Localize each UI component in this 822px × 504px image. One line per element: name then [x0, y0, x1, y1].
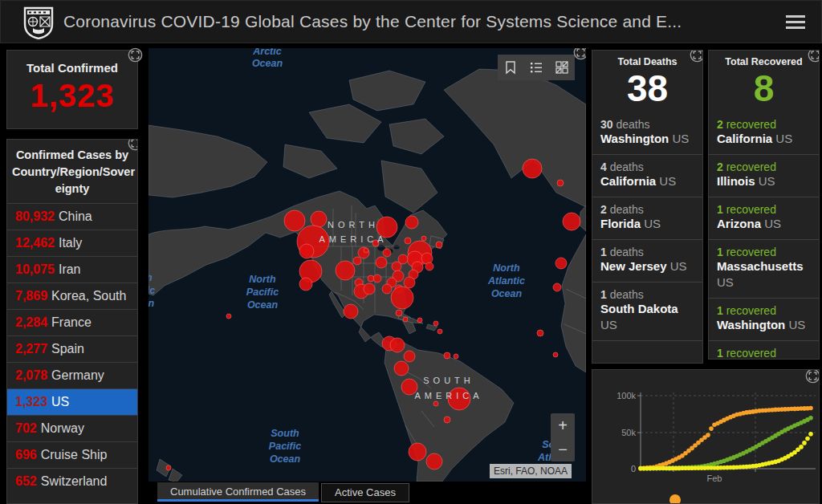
case-bubble[interactable] — [436, 242, 442, 248]
case-bubble[interactable] — [394, 361, 409, 376]
zoom-out-button[interactable]: − — [551, 437, 575, 461]
case-bubble[interactable] — [454, 354, 458, 359]
case-bubble[interactable] — [226, 314, 231, 319]
country-row[interactable]: 7,869Korea, South — [7, 282, 137, 309]
case-bubble[interactable] — [166, 465, 171, 470]
case-bubble[interactable] — [403, 317, 408, 322]
case-bubble[interactable] — [396, 310, 402, 316]
stat-row[interactable]: 1 recoveredWashington US — [709, 299, 819, 341]
case-bubble[interactable] — [299, 244, 314, 258]
deaths-list: 30 deathsWashington US4 deathsCalifornia… — [592, 112, 702, 341]
case-bubble[interactable] — [555, 258, 567, 269]
north-pacific-label: NorthPacificOcean — [246, 274, 279, 311]
y-tick-0: 0 — [631, 464, 636, 474]
country-row[interactable]: 1,323US — [7, 388, 137, 415]
country-list: 80,932China12,462Italy10,075Iran7,869Kor… — [7, 203, 137, 494]
case-bubble[interactable] — [433, 321, 438, 326]
tab-active-cases[interactable]: Active Cases — [321, 483, 409, 502]
country-row[interactable]: 2,277Spain — [7, 335, 137, 362]
zoom-in-button[interactable]: + — [551, 413, 575, 437]
stat-row[interactable]: 1 recoveredArizona US — [709, 197, 819, 240]
case-bubble[interactable] — [373, 274, 381, 282]
case-bubble[interactable] — [284, 210, 305, 231]
total-confirmed-title: Total Confirmed — [7, 51, 137, 75]
x-tick-feb: Feb — [707, 474, 722, 483]
case-bubble[interactable] — [421, 236, 426, 241]
case-bubble[interactable] — [405, 216, 418, 229]
stat-row[interactable]: 1 recoveredWisconsin US — [709, 341, 819, 360]
case-bubble[interactable] — [409, 443, 426, 461]
case-bubble[interactable] — [364, 248, 368, 253]
stat-row[interactable]: 2 deathsFlorida US — [592, 197, 702, 240]
case-bubble[interactable] — [553, 283, 561, 291]
hamburger-menu-icon[interactable] — [786, 15, 805, 30]
case-bubble[interactable] — [364, 283, 375, 295]
case-bubble[interactable] — [344, 304, 358, 319]
case-bubble[interactable] — [563, 213, 580, 230]
total-recovered-value: 8 — [709, 67, 819, 109]
case-bubble[interactable] — [553, 352, 558, 357]
case-bubble[interactable] — [382, 284, 392, 294]
expand-icon[interactable] — [805, 369, 820, 384]
total-deaths-panel: Total Deaths 38 30 deathsWashington US4 … — [592, 50, 703, 364]
case-bubble[interactable] — [383, 249, 391, 257]
country-row[interactable]: 2,078Germany — [7, 362, 137, 388]
case-bubble[interactable] — [404, 351, 415, 362]
map-toolbar — [498, 55, 575, 80]
expand-icon[interactable] — [808, 50, 820, 63]
stat-row[interactable]: 1 deathsSouth Dakota US — [592, 282, 702, 341]
case-bubble[interactable] — [437, 329, 442, 334]
case-bubble[interactable] — [426, 453, 442, 469]
legend-list-icon[interactable] — [528, 59, 544, 75]
stat-row[interactable]: 2 recoveredIllinois US — [709, 155, 819, 197]
case-bubble[interactable] — [425, 262, 433, 270]
total-confirmed-value: 1,323 — [7, 78, 137, 114]
bookmark-icon[interactable] — [503, 59, 519, 75]
jhu-shield-logo — [23, 6, 54, 39]
case-bubble[interactable] — [417, 318, 422, 323]
case-bubble[interactable] — [299, 278, 312, 291]
map-tab-bar: Cumulative Confirmed CasesActive Cases — [149, 482, 586, 504]
stat-row[interactable]: 2 recoveredCalifornia US — [709, 112, 819, 155]
country-row[interactable]: 80,932China — [7, 203, 137, 230]
country-row[interactable]: 10,075Iran — [7, 256, 137, 282]
case-bubble[interactable] — [557, 180, 564, 186]
case-bubble[interactable] — [376, 257, 387, 268]
case-bubble[interactable] — [537, 330, 543, 336]
case-bubble[interactable] — [444, 417, 450, 423]
case-bubble[interactable] — [336, 261, 355, 280]
case-bubble[interactable] — [311, 211, 327, 227]
stat-row[interactable]: 1 recoveredMassachusetts US — [709, 240, 819, 299]
country-row[interactable]: 702Norway — [7, 415, 137, 441]
legend-dot — [669, 494, 681, 503]
case-bubble[interactable] — [433, 401, 438, 406]
tab-cumulative-confirmed-cases[interactable]: Cumulative Confirmed Cases — [157, 482, 319, 502]
case-bubble[interactable] — [391, 287, 413, 309]
country-row[interactable]: 652Switzerland — [7, 468, 137, 494]
country-row[interactable]: 696Cruise Ship — [7, 441, 137, 468]
stat-row[interactable]: 4 deathsCalifornia US — [592, 155, 702, 197]
total-deaths-value: 38 — [592, 67, 702, 109]
expand-icon[interactable] — [690, 50, 703, 63]
case-bubble[interactable] — [523, 159, 542, 178]
y-tick-100k: 100k — [616, 391, 636, 400]
world-map[interactable]: ArcticOceanNorthPacificOceanNorthPacific… — [149, 48, 586, 482]
basemap-grid-icon[interactable] — [554, 59, 570, 75]
country-row[interactable]: 2,284France — [7, 309, 137, 335]
case-bubble[interactable] — [353, 257, 361, 265]
title-bar: Coronavirus COVID-19 Global Cases by the… — [0, 0, 822, 43]
case-bubble[interactable] — [390, 338, 405, 352]
expand-icon[interactable] — [128, 47, 143, 63]
expand-icon[interactable] — [128, 139, 138, 151]
stat-row[interactable]: 1 deathsNew Jersey US — [592, 240, 702, 282]
north-atlantic-label: NorthAtlanticOcean — [487, 262, 525, 299]
stat-row[interactable]: 30 deathsWashington US — [592, 112, 702, 155]
expand-icon[interactable] — [573, 48, 586, 60]
case-bubble[interactable] — [398, 254, 408, 264]
south-pacific-label: SouthPacificOcean — [269, 428, 301, 465]
case-bubble[interactable] — [405, 238, 411, 244]
case-bubble[interactable] — [404, 277, 415, 288]
recovered-list: 2 recoveredCalifornia US2 recoveredIllin… — [709, 112, 819, 360]
case-bubble[interactable] — [444, 352, 450, 359]
country-row[interactable]: 12,462Italy — [7, 230, 137, 256]
